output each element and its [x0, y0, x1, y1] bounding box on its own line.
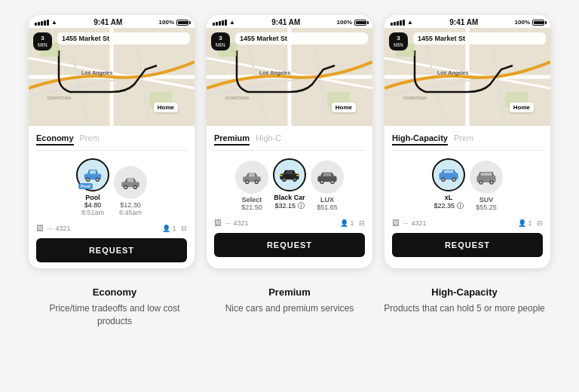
ride-option-xl[interactable]: xL $22.35 ⓘ — [432, 158, 465, 211]
address-bar: 1455 Market St — [413, 32, 546, 44]
wifi-icon: ▲ — [407, 19, 413, 26]
home-label: Home — [510, 103, 534, 112]
status-bar: ▲ 9:41 AM 100% — [384, 15, 550, 28]
active-tab[interactable]: Economy — [36, 133, 74, 145]
other-tab[interactable]: Prem — [80, 133, 100, 145]
category-tabs: Economy Prem — [36, 133, 187, 151]
ride-option-lux[interactable]: LUX $51.65 — [311, 161, 344, 211]
svg-point-44 — [294, 179, 296, 181]
signal-dot-4 — [400, 20, 402, 26]
svg-text:Los Angeles: Los Angeles — [437, 70, 468, 76]
status-time: 9:41 AM — [93, 18, 122, 26]
desc-title-0: Economy — [33, 286, 196, 298]
signal-dot-5 — [403, 20, 405, 26]
svg-rect-47 — [296, 175, 299, 176]
card-info: 🖼 ··· 4321 — [36, 224, 71, 232]
active-tab[interactable]: High-Capacity — [392, 133, 448, 145]
ride-option-uberx[interactable]: $12.30 8:45am — [114, 166, 147, 216]
info-row: 🖼 ··· 4321 👤 1 ⊟ — [214, 219, 365, 227]
car-circle-blackcar — [273, 158, 306, 191]
option-price-blackcar: $32.15 ⓘ — [274, 201, 304, 211]
request-button[interactable]: REQUEST — [36, 238, 187, 262]
signal-icons: ▲ — [391, 19, 413, 26]
svg-text:Los Angeles: Los Angeles — [259, 70, 290, 76]
signal-dot-4 — [44, 20, 46, 26]
home-label: Home — [332, 103, 356, 112]
passenger-icon: 👤 — [162, 225, 170, 232]
car-circle-suv — [470, 161, 503, 194]
ride-panel-highcapacity: High-Capacity Prem xL $22.35 ⓘ — [384, 126, 550, 268]
card-icon: 🖼 — [392, 219, 400, 227]
passenger-icon: 👤 — [518, 219, 526, 227]
home-label: Home — [154, 103, 178, 112]
signal-dot-1 — [213, 23, 215, 26]
signal-dot-2 — [394, 22, 396, 26]
svg-point-38 — [256, 181, 258, 183]
options-icon: ⊟ — [537, 219, 543, 227]
svg-rect-76 — [480, 173, 492, 176]
nav-unit: MIN — [38, 42, 47, 48]
card-last4: 4321 — [412, 219, 427, 227]
options-row: xL $22.35 ⓘ SUV $55.25 — [392, 158, 543, 211]
status-time: 9:41 AM — [271, 18, 300, 26]
right-status-icons: 100% — [515, 19, 544, 26]
car-circle-lux — [311, 161, 344, 194]
status-bar: ▲ 9:41 AM 100% — [29, 15, 195, 28]
ride-option-blackcar[interactable]: Black Car $32.15 ⓘ — [273, 158, 306, 211]
signal-dot-2 — [38, 22, 40, 26]
battery-icon — [532, 20, 544, 26]
descriptions-row: Economy Price/time tradeoffs and low cos… — [33, 286, 546, 328]
request-button[interactable]: REQUEST — [392, 233, 543, 257]
signal-dot-1 — [391, 23, 393, 26]
card-dots: ··· — [403, 219, 409, 227]
battery-percent: 100% — [515, 19, 530, 26]
category-tabs: Premium High-C — [214, 133, 365, 151]
signal-dot-5 — [47, 20, 49, 26]
nav-minutes: 3 — [397, 35, 400, 42]
battery-percent: 100% — [337, 19, 352, 26]
other-tab[interactable]: High-C — [256, 133, 281, 145]
option-name-select: Select — [242, 196, 262, 204]
card-icon: 🖼 — [36, 224, 44, 232]
passenger-count: 1 — [172, 225, 176, 232]
car-circle-pool: Pool — [76, 158, 109, 191]
status-bar: ▲ 9:41 AM 100% — [207, 15, 372, 28]
option-price-lux: $51.65 — [317, 204, 338, 211]
signal-dot-3 — [397, 21, 399, 26]
category-tabs: High-Capacity Prem — [392, 133, 543, 151]
option-price-xl: $22.35 ⓘ — [433, 201, 463, 211]
card-info: 🖼 ··· 4321 — [214, 219, 249, 227]
phones-row: ▲ 9:41 AM 100% Los Angeles DOWNTOWN 3 MI… — [29, 15, 550, 268]
desc-title-1: Premium — [208, 286, 371, 298]
active-tab[interactable]: Premium — [214, 133, 250, 145]
svg-rect-46 — [280, 175, 283, 176]
nav-minutes: 3 — [219, 35, 222, 42]
car-circle-select — [235, 161, 268, 194]
signal-dots — [35, 20, 49, 26]
svg-point-15 — [96, 179, 99, 181]
option-name-lux: LUX — [320, 196, 334, 204]
wifi-icon: ▲ — [51, 19, 57, 26]
other-tab[interactable]: Prem — [454, 133, 473, 145]
svg-point-74 — [480, 182, 482, 184]
ride-option-suv[interactable]: SUV $55.25 — [470, 161, 503, 211]
desc-title-2: High-Capacity — [383, 286, 546, 298]
desc-col-1: Premium Nice cars and premium services — [208, 286, 371, 328]
ride-option-pool[interactable]: Pool Pool $4.80 8:51am — [76, 158, 109, 216]
nav-unit: MIN — [394, 42, 403, 48]
ride-option-select[interactable]: Select $21.50 — [235, 161, 268, 211]
phone-economy: ▲ 9:41 AM 100% Los Angeles DOWNTOWN 3 MI… — [29, 15, 195, 268]
svg-point-68 — [443, 179, 445, 181]
card-last4: 4321 — [56, 225, 71, 232]
option-name-pool: Pool — [85, 194, 100, 201]
nav-pill: 3 MIN — [33, 32, 52, 51]
signal-dot-3 — [219, 21, 221, 26]
request-button[interactable]: REQUEST — [214, 233, 365, 257]
card-last4: 4321 — [234, 219, 249, 227]
svg-point-14 — [87, 179, 89, 181]
ride-panel-economy: Economy Prem Pool Pool $4.80 8:51am — [29, 126, 195, 268]
signal-dot-5 — [225, 20, 227, 26]
svg-rect-16 — [90, 170, 96, 174]
svg-point-37 — [246, 181, 248, 183]
option-price-pool: $4.80 — [84, 201, 102, 209]
